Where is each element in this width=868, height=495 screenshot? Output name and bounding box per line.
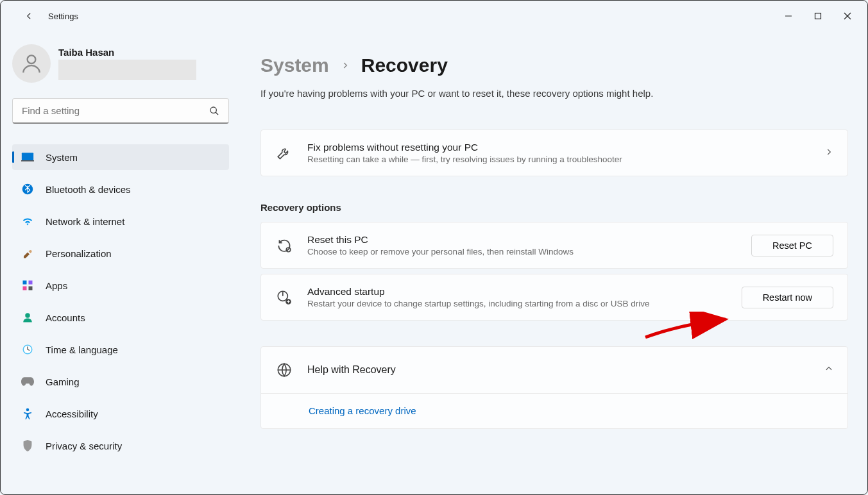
window-controls [774,4,862,28]
help-body: Creating a recovery drive [261,393,847,428]
minimize-icon [785,12,792,20]
svg-rect-10 [23,281,27,285]
sidebar-item-apps[interactable]: Apps [12,273,229,298]
card-title: Fix problems without resetting your PC [307,142,810,153]
user-section[interactable]: Taiba Hasan [12,44,229,83]
svg-rect-12 [23,287,27,290]
help-title: Help with Recovery [307,364,810,376]
sidebar-item-time[interactable]: Time & language [12,337,229,362]
accessibility-icon [21,407,34,420]
minimize-button[interactable] [774,4,803,28]
section-header: Recovery options [260,202,848,213]
close-icon [844,12,851,20]
help-header[interactable]: Help with Recovery [261,347,847,393]
bluetooth-icon [21,183,34,196]
titlebar: Settings [1,1,867,31]
restart-now-button[interactable]: Restart now [742,287,833,308]
card-title: Advanced startup [307,286,728,298]
page-description: If you're having problems with your PC o… [260,88,848,99]
sidebar-item-system[interactable]: System [12,144,229,170]
nav-label: Time & language [46,344,118,355]
svg-rect-1 [815,13,821,19]
sidebar-item-network[interactable]: Network & internet [12,208,229,234]
nav-label: Personalization [46,248,112,259]
nav-label: Apps [46,280,67,291]
shield-icon [21,439,34,452]
back-button[interactable] [16,3,42,29]
close-button[interactable] [833,4,862,28]
breadcrumb-current: Recovery [361,55,448,76]
sidebar: Taiba Hasan System Bluetooth & devices [1,31,238,494]
nav-label: Bluetooth & devices [46,184,131,195]
nav-label: Network & internet [46,216,124,227]
window-title: Settings [48,12,78,21]
breadcrumb: System Recovery [260,55,848,76]
maximize-button[interactable] [803,4,833,28]
fix-problems-card[interactable]: Fix problems without resetting your PC R… [260,130,848,176]
advanced-startup-card: Advanced startup Restart your device to … [260,274,848,321]
nav-label: Gaming [46,376,80,387]
search-icon [209,106,219,116]
card-subtitle: Resetting can take a while — first, try … [307,155,810,164]
gamepad-icon [21,375,34,388]
search-box[interactable] [12,98,229,124]
user-name: Taiba Hasan [58,47,229,58]
reset-pc-button[interactable]: Reset PC [751,235,833,256]
brush-icon [21,247,34,260]
back-arrow-icon [23,10,35,22]
svg-rect-13 [29,287,33,290]
svg-point-5 [210,107,216,113]
user-email-redacted [58,60,196,80]
user-icon [21,311,34,324]
sidebar-item-gaming[interactable]: Gaming [12,369,229,394]
sidebar-item-bluetooth[interactable]: Bluetooth & devices [12,176,229,202]
card-subtitle: Restart your device to change startup se… [307,299,728,308]
nav-list: System Bluetooth & devices Network & int… [12,144,229,458]
sidebar-item-privacy[interactable]: Privacy & security [12,433,229,458]
breadcrumb-parent[interactable]: System [260,55,329,76]
apps-icon [21,279,34,292]
svg-point-14 [25,313,30,318]
nav-label: Accounts [46,312,85,323]
svg-point-17 [26,408,30,412]
chevron-up-icon [824,364,833,376]
help-card: Help with Recovery Creating a recovery d… [260,346,848,429]
main-content: System Recovery If you're having problem… [238,31,867,494]
chevron-right-icon [824,147,833,159]
nav-label: Accessibility [46,408,98,419]
clock-icon [21,343,34,356]
chevron-right-icon [341,58,350,73]
svg-point-4 [28,55,36,63]
reset-icon [275,237,293,255]
maximize-icon [814,12,822,20]
wifi-icon [21,215,34,228]
avatar [12,44,51,83]
globe-help-icon [275,361,293,379]
system-icon [21,151,34,164]
sidebar-item-accessibility[interactable]: Accessibility [12,401,229,426]
nav-label: Privacy & security [46,440,122,451]
nav-label: System [46,152,78,163]
sidebar-item-accounts[interactable]: Accounts [12,305,229,330]
help-link[interactable]: Creating a recovery drive [309,405,416,416]
avatar-icon [19,51,44,76]
reset-pc-card: Reset this PC Choose to keep or remove y… [260,222,848,269]
svg-rect-7 [22,153,33,160]
svg-rect-11 [29,281,33,285]
card-title: Reset this PC [307,234,737,246]
sidebar-item-personalization[interactable]: Personalization [12,240,229,266]
card-subtitle: Choose to keep or remove your personal f… [307,247,737,256]
svg-rect-8 [21,160,34,162]
power-gear-icon [275,289,293,306]
svg-line-6 [216,112,218,115]
wrench-icon [275,144,293,162]
search-input[interactable] [22,105,209,116]
